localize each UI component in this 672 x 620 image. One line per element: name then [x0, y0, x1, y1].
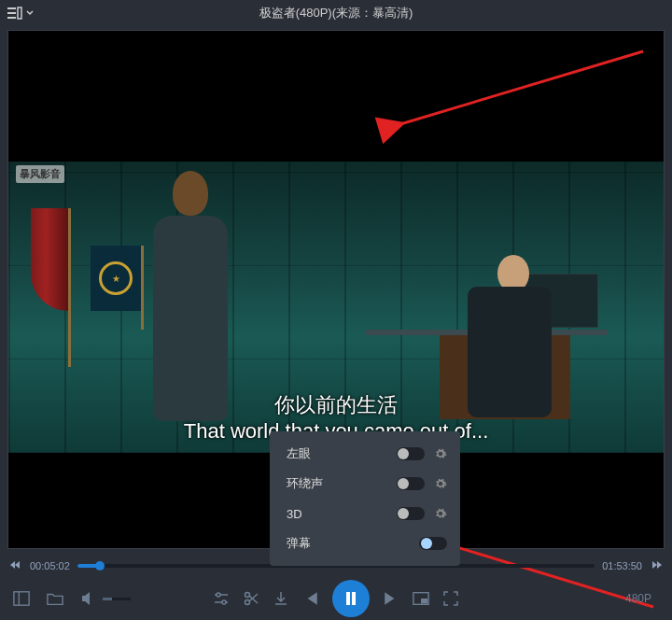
- rewind-icon: [9, 559, 21, 571]
- svg-rect-17: [352, 592, 356, 605]
- time-total: 01:53:50: [602, 560, 642, 571]
- gear-icon: [434, 447, 447, 460]
- gear-surround[interactable]: [434, 477, 447, 490]
- download-icon: [273, 590, 289, 607]
- popup-label: 环绕声: [287, 475, 331, 492]
- toggle-3d[interactable]: [397, 507, 425, 520]
- svg-rect-1: [7, 12, 16, 14]
- svg-rect-0: [7, 7, 16, 9]
- folder-icon: [47, 590, 63, 607]
- playlist-icon: [7, 7, 22, 20]
- pause-icon: [343, 591, 358, 606]
- toggle-danmu[interactable]: [419, 537, 447, 550]
- tune-button[interactable]: [213, 590, 230, 607]
- popup-row-3d: 3D: [287, 499, 447, 528]
- pip-icon: [413, 590, 429, 607]
- time-current: 00:05:02: [30, 560, 70, 571]
- svg-point-11: [222, 600, 226, 604]
- prev-track-icon: [302, 590, 319, 607]
- popup-row-danmu: 弹幕: [287, 528, 447, 558]
- control-bar: 480P: [0, 577, 672, 620]
- seek-forward-button[interactable]: [650, 559, 665, 572]
- toggle-left-eye[interactable]: [397, 447, 425, 460]
- svg-rect-6: [14, 592, 29, 605]
- gear-icon: [434, 507, 447, 520]
- panel-icon: [13, 590, 30, 607]
- window-title: 极盗者(480P)(来源：暴高清): [259, 5, 413, 21]
- svg-rect-2: [7, 17, 16, 19]
- snip-button[interactable]: [243, 590, 259, 607]
- quality-selector[interactable]: 480P: [618, 588, 659, 609]
- chevron-down-icon: [26, 9, 34, 17]
- forward-icon: [651, 559, 663, 571]
- scene-seal-flag: ★: [91, 246, 147, 330]
- svg-point-9: [217, 593, 220, 597]
- volume-track[interactable]: [103, 598, 131, 600]
- svg-line-4: [400, 51, 643, 124]
- video-frame: 暴风影音 ★ 你以前的生活 That world that you came o…: [8, 162, 664, 453]
- scene-flag: [31, 208, 74, 367]
- volume-control[interactable]: [80, 590, 131, 607]
- svg-rect-16: [346, 592, 350, 605]
- next-track-icon: [383, 590, 399, 607]
- toggle-surround[interactable]: [397, 477, 425, 490]
- play-pause-button[interactable]: [332, 580, 370, 617]
- playlist-panel-button[interactable]: [13, 590, 30, 607]
- volume-icon: [80, 590, 97, 607]
- popup-label: 弹幕: [287, 535, 331, 552]
- tune-icon: [213, 590, 230, 607]
- gear-icon: [434, 477, 447, 490]
- popup-row-surround: 环绕声: [287, 469, 447, 499]
- svg-rect-19: [421, 599, 427, 603]
- seek-back-button[interactable]: [7, 559, 22, 572]
- fullscreen-button[interactable]: [442, 590, 459, 607]
- subtitle-cn: 你以前的生活: [8, 392, 664, 419]
- playlist-button[interactable]: [7, 7, 34, 20]
- previous-track-button[interactable]: [302, 590, 319, 607]
- popup-label: 左眼: [287, 445, 331, 462]
- source-watermark: 暴风影音: [16, 165, 64, 183]
- scissors-icon: [243, 590, 259, 607]
- pip-button[interactable]: [413, 590, 429, 607]
- progress-knob[interactable]: [95, 561, 105, 571]
- effects-popup: 左眼 环绕声 3D 弹幕: [270, 431, 460, 566]
- popup-label: 3D: [287, 507, 331, 521]
- gear-3d[interactable]: [434, 507, 447, 520]
- svg-rect-3: [18, 7, 21, 19]
- fullscreen-icon: [442, 590, 459, 607]
- popup-row-left-eye: 左眼: [287, 439, 447, 469]
- open-file-button[interactable]: [47, 590, 63, 607]
- next-track-button[interactable]: [383, 590, 399, 607]
- title-bar: 极盗者(480P)(来源：暴高清): [0, 0, 672, 26]
- gear-left-eye[interactable]: [434, 447, 447, 460]
- download-button[interactable]: [273, 590, 289, 607]
